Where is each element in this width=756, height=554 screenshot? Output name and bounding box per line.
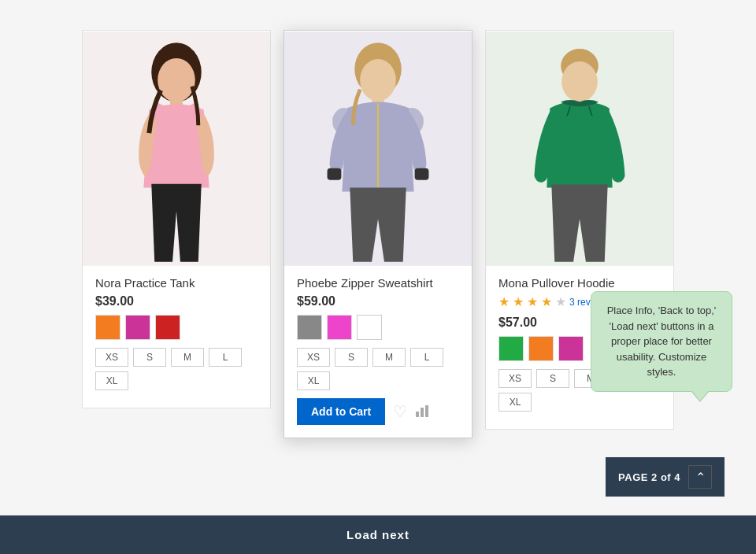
- product-name-mona: Mona Pullover Hoodie: [498, 276, 661, 290]
- main-content: Nora Practice Tank $39.00 XS S M L XL: [0, 0, 756, 515]
- swatch-orange[interactable]: [528, 336, 554, 361]
- product-price-phoebe: $59.00: [297, 294, 459, 308]
- swatch-red[interactable]: [155, 315, 180, 340]
- size-buttons-mona-2: XL: [498, 393, 661, 412]
- svg-point-7: [360, 59, 396, 102]
- tooltip-text: Place Info, 'Back to top,' 'Load next' b…: [607, 305, 717, 378]
- swatch-gray[interactable]: [297, 315, 322, 340]
- svg-point-18: [561, 61, 598, 102]
- chart-icon[interactable]: [415, 402, 431, 422]
- svg-rect-11: [415, 168, 429, 180]
- svg-rect-10: [328, 168, 342, 180]
- page-indicator: PAGE 2 of 4 ⌃: [606, 457, 724, 497]
- star-3: ★: [527, 294, 538, 309]
- size-l[interactable]: L: [209, 348, 242, 367]
- product-name-phoebe: Phoebe Zipper Sweatshirt: [297, 276, 459, 290]
- product-card-nora: Nora Practice Tank $39.00 XS S M L XL: [82, 30, 271, 408]
- star-1: ★: [498, 294, 510, 309]
- swatch-orange[interactable]: [95, 315, 120, 340]
- size-l[interactable]: L: [410, 348, 443, 367]
- swatch-magenta[interactable]: [327, 315, 352, 340]
- back-to-top-button[interactable]: ⌃: [688, 465, 712, 489]
- svg-rect-12: [416, 412, 419, 417]
- svg-rect-13: [421, 408, 424, 417]
- size-s[interactable]: S: [536, 369, 569, 388]
- size-s[interactable]: S: [335, 348, 368, 367]
- size-s[interactable]: S: [133, 348, 166, 367]
- color-swatches-phoebe: [297, 315, 459, 340]
- product-price-nora: $39.00: [95, 294, 258, 308]
- star-5: ★: [555, 294, 566, 309]
- pagination-bar: PAGE 2 of 4 ⌃: [16, 457, 740, 497]
- swatch-pink[interactable]: [125, 315, 150, 340]
- size-buttons-nora-2: XL: [95, 371, 258, 390]
- product-name-nora: Nora Practice Tank: [95, 276, 258, 290]
- product-info-nora: Nora Practice Tank $39.00 XS S M L XL: [83, 267, 270, 390]
- size-xs[interactable]: XS: [498, 369, 532, 388]
- page-label: PAGE 2 of 4: [618, 471, 680, 483]
- add-to-cart-row: Add to Cart ♡: [284, 398, 472, 425]
- size-xl[interactable]: XL: [95, 371, 128, 390]
- product-image-nora: [83, 31, 270, 267]
- size-m[interactable]: M: [372, 348, 406, 367]
- star-4: ★: [541, 294, 552, 309]
- svg-rect-14: [425, 405, 428, 417]
- swatch-purple[interactable]: [558, 336, 584, 361]
- color-swatches-nora: [95, 315, 258, 340]
- size-xs[interactable]: XS: [297, 348, 330, 367]
- load-next-bar[interactable]: Load next: [0, 515, 756, 554]
- product-image-phoebe: [284, 31, 472, 267]
- product-image-mona: [486, 31, 673, 267]
- swatch-green[interactable]: [498, 336, 524, 361]
- star-2: ★: [513, 294, 524, 309]
- swatch-white[interactable]: [357, 315, 382, 340]
- svg-point-2: [158, 58, 195, 102]
- size-m[interactable]: M: [171, 348, 204, 367]
- size-buttons-phoebe: XS S M L: [297, 348, 459, 367]
- tooltip-bubble: Place Info, 'Back to top,' 'Load next' b…: [591, 291, 732, 392]
- size-xl[interactable]: XL: [498, 393, 532, 412]
- product-info-phoebe: Phoebe Zipper Sweatshirt $59.00 XS S M L…: [284, 267, 472, 390]
- load-next-label: Load next: [346, 528, 410, 541]
- wishlist-icon[interactable]: ♡: [393, 402, 407, 421]
- size-xs[interactable]: XS: [95, 348, 128, 367]
- size-buttons-phoebe-2: XL: [297, 371, 459, 390]
- size-buttons-nora: XS S M L: [95, 348, 258, 367]
- size-xl[interactable]: XL: [297, 371, 330, 390]
- product-card-phoebe: Phoebe Zipper Sweatshirt $59.00 XS S M L…: [284, 30, 472, 438]
- add-to-cart-button[interactable]: Add to Cart: [297, 398, 385, 425]
